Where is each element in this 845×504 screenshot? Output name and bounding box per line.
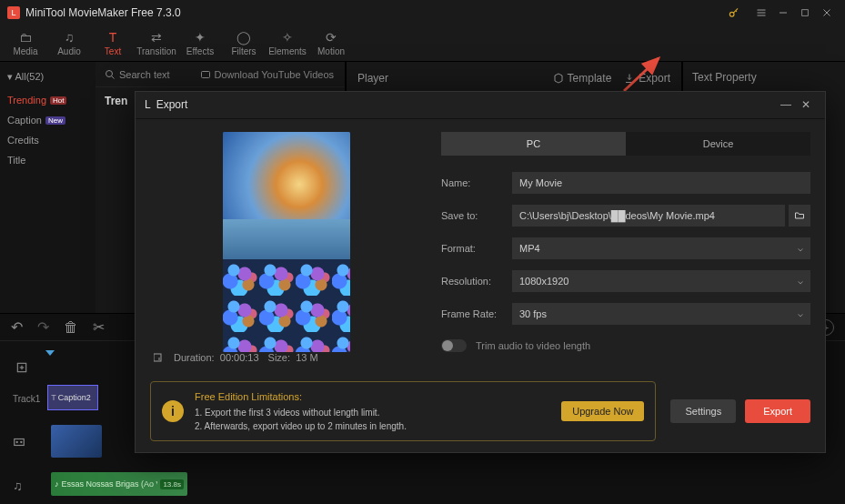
- sidebar-item-caption[interactable]: CaptionNew: [7, 110, 88, 130]
- resolution-select[interactable]: 1080x1920⌵: [512, 270, 810, 292]
- template-icon: [553, 73, 564, 84]
- limitation-line-2: 2. Afterwards, export video up to 2 minu…: [195, 419, 550, 433]
- hot-badge: Hot: [50, 96, 66, 105]
- undo-button[interactable]: ↶: [11, 318, 23, 336]
- sidebar-item-label: Trending: [7, 95, 46, 106]
- add-track-icon[interactable]: [15, 361, 28, 374]
- saveto-value: C:\Users\bj\Desktop\██deos\My Movie.mp4: [519, 210, 715, 221]
- dialog-title: Export: [156, 98, 188, 111]
- app-title: MiniTool MovieMaker Free 7.3.0: [25, 6, 181, 19]
- audio-clip-label: Essas Nossas Brigas (Ao Vivo): [62, 479, 158, 489]
- audio-track-icon[interactable]: ♫: [0, 479, 44, 493]
- framerate-select[interactable]: 30 fps⌵: [512, 303, 810, 325]
- chevron-down-icon: ⌵: [798, 308, 803, 318]
- chevron-down-icon: ⌵: [798, 276, 803, 286]
- playhead-icon[interactable]: [45, 350, 55, 356]
- resolution-label: Resolution:: [441, 276, 512, 287]
- tab-filters[interactable]: ◯Filters: [222, 25, 266, 61]
- redo-button[interactable]: ↷: [37, 318, 49, 336]
- format-select[interactable]: MP4⌵: [512, 237, 810, 259]
- svg-rect-14: [15, 439, 25, 446]
- tab-device-label: Device: [703, 138, 734, 149]
- audio-duration-badge: 13.8s: [160, 479, 184, 489]
- browse-button[interactable]: [789, 205, 810, 227]
- export-dialog: L Export — ✕ Duration: 00:00:13 Size: 13…: [135, 91, 826, 453]
- duration-label: Duration:: [174, 352, 215, 363]
- export-button[interactable]: Export: [624, 72, 670, 85]
- svg-point-0: [729, 12, 734, 16]
- text-category-sidebar: ▾ All(52) TrendingHot CaptionNew Credits…: [0, 62, 96, 313]
- close-button[interactable]: [816, 4, 838, 22]
- video-clip[interactable]: [51, 425, 102, 458]
- tab-audio[interactable]: ♫Audio: [47, 25, 91, 61]
- app-logo-icon: L: [7, 6, 20, 19]
- limitations-box: i Free Edition Limitations: 1. Export th…: [150, 381, 656, 442]
- tab-motion[interactable]: ⟳Motion: [309, 25, 353, 61]
- player-label: Player: [357, 72, 388, 85]
- menu-icon[interactable]: [750, 4, 772, 22]
- key-icon[interactable]: [723, 4, 745, 22]
- tab-text[interactable]: TText: [91, 25, 135, 61]
- svg-line-9: [112, 76, 115, 78]
- search-icon: [105, 69, 116, 80]
- trim-audio-toggle[interactable]: [441, 339, 467, 352]
- download-icon: [200, 69, 211, 80]
- name-value: My Movie: [519, 177, 562, 188]
- name-label: Name:: [441, 177, 512, 188]
- dialog-minimize-button[interactable]: —: [776, 98, 796, 111]
- sidebar-item-title[interactable]: Title: [7, 150, 88, 170]
- cut-button[interactable]: ✂: [93, 318, 105, 336]
- tab-text-label: Text: [105, 46, 121, 56]
- new-badge: New: [45, 116, 65, 125]
- info-icon: i: [162, 400, 184, 422]
- tab-elements[interactable]: ✧Elements: [266, 25, 309, 61]
- sidebar-all-filter[interactable]: ▾ All(52): [7, 67, 88, 90]
- tab-device[interactable]: Device: [626, 132, 810, 156]
- size-label: Size:: [268, 352, 290, 363]
- caption-clip[interactable]: TCaption2: [47, 385, 98, 410]
- chevron-down-icon: ⌵: [798, 243, 803, 253]
- audio-clip[interactable]: ♪ Essas Nossas Brigas (Ao Vivo) 13.8s: [51, 472, 187, 496]
- svg-point-8: [106, 70, 113, 76]
- export-confirm-label: Export: [763, 406, 792, 417]
- tab-pc-label: PC: [527, 138, 540, 149]
- tab-pc[interactable]: PC: [441, 132, 626, 156]
- sidebar-item-credits[interactable]: Credits: [7, 130, 88, 150]
- tab-elements-label: Elements: [268, 46, 307, 56]
- dialog-close-button[interactable]: ✕: [796, 98, 816, 111]
- settings-label: Settings: [685, 406, 721, 417]
- sidebar-item-label: Credits: [7, 135, 39, 146]
- settings-button[interactable]: Settings: [670, 399, 736, 423]
- video-track-icon[interactable]: [0, 436, 44, 449]
- export-icon: [624, 73, 635, 84]
- name-input[interactable]: My Movie: [512, 172, 810, 194]
- sidebar-all-label: All(52): [15, 71, 44, 82]
- tab-media-label: Media: [13, 46, 37, 56]
- export-metadata: Duration: 00:00:13 Size: 13 M: [150, 352, 318, 363]
- tab-media[interactable]: 🗀Media: [4, 25, 47, 61]
- tab-motion-label: Motion: [317, 46, 345, 56]
- main-toolbar: 🗀Media ♫Audio TText ⇄Transition ✦Effects…: [0, 25, 845, 62]
- upgrade-button[interactable]: Upgrade Now: [561, 401, 644, 421]
- size-value: 13 M: [296, 352, 317, 363]
- limitation-line-1: 1. Export the first 3 videos without len…: [195, 406, 550, 419]
- template-button[interactable]: Template: [553, 72, 612, 85]
- svg-point-15: [16, 441, 17, 442]
- search-input[interactable]: Search text: [96, 69, 179, 80]
- tab-transition[interactable]: ⇄Transition: [135, 25, 178, 61]
- sidebar-item-trending[interactable]: TrendingHot: [7, 90, 88, 110]
- tab-effects-label: Effects: [186, 46, 214, 56]
- export-preview-thumbnail: [223, 132, 350, 352]
- svg-rect-18: [154, 354, 161, 361]
- minimize-button[interactable]: [772, 4, 794, 22]
- window-titlebar: L MiniTool MovieMaker Free 7.3.0: [0, 0, 845, 25]
- maximize-button[interactable]: [794, 4, 816, 22]
- track1-label: Track1: [0, 394, 40, 404]
- delete-button[interactable]: 🗑: [64, 319, 78, 336]
- limitations-header: Free Edition Limitations:: [195, 389, 550, 405]
- download-youtube-button[interactable]: Download YouTube Videos: [189, 69, 346, 80]
- tab-effects[interactable]: ✦Effects: [178, 25, 222, 61]
- tab-audio-label: Audio: [57, 46, 81, 56]
- export-confirm-button[interactable]: Export: [745, 399, 810, 423]
- saveto-input[interactable]: C:\Users\bj\Desktop\██deos\My Movie.mp4: [512, 205, 785, 227]
